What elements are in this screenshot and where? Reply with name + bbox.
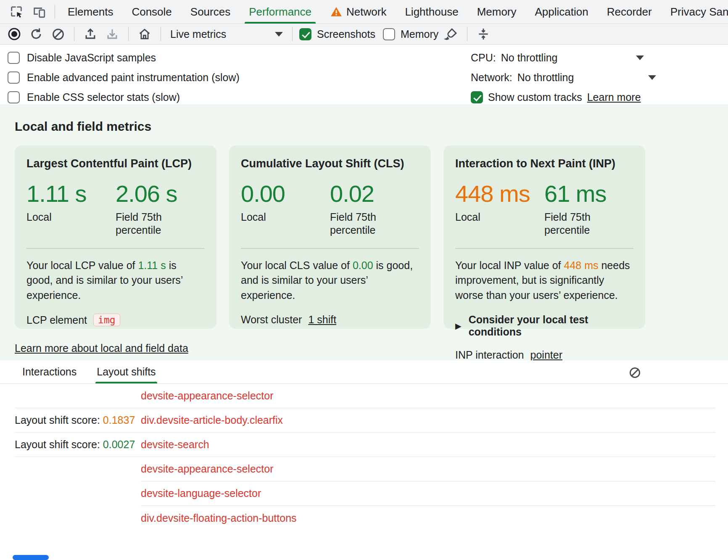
live-metrics-select[interactable]: Live metrics <box>168 28 285 40</box>
home-icon[interactable] <box>135 25 154 43</box>
lcp-description: Your local LCP value of 1.11 s is good, … <box>26 258 205 303</box>
reload-record-icon[interactable] <box>27 25 45 43</box>
advanced-paint-checkbox[interactable] <box>8 71 20 84</box>
metric-cards: Largest Contentful Paint (LCP) 1.11 s Lo… <box>15 145 713 329</box>
shift-element-link[interactable]: devsite-appearance-selector <box>141 463 273 475</box>
download-profile-icon[interactable] <box>103 25 121 43</box>
tab-performance[interactable]: Performance <box>240 0 321 24</box>
divider <box>74 27 74 41</box>
local-field-metrics-section: Local and field metrics Largest Contentf… <box>0 105 728 360</box>
divider <box>26 248 205 249</box>
divider <box>128 27 129 41</box>
lcp-element-label: LCP element <box>26 314 87 326</box>
network-throttling-row: Network: No throttling <box>471 68 728 87</box>
tab-elements[interactable]: Elements <box>58 0 122 24</box>
cpu-throttling-select[interactable]: No throttling <box>501 52 644 64</box>
collapse-shortcuts-icon[interactable] <box>474 25 493 43</box>
upload-profile-icon[interactable] <box>81 25 100 43</box>
cpu-label: CPU: <box>471 52 496 64</box>
memory-checkbox-row[interactable]: Memory <box>383 28 438 40</box>
tab-sources[interactable]: Sources <box>181 0 240 24</box>
screenshots-checkbox-row[interactable]: Screenshots <box>299 28 375 40</box>
screenshots-checkbox[interactable] <box>299 28 311 40</box>
cls-card-title: Cumulative Layout Shift (CLS) <box>241 157 419 170</box>
tab-interactions[interactable]: Interactions <box>21 360 78 383</box>
throttling-column: CPU: No throttling Network: No throttlin… <box>471 48 728 107</box>
divider <box>55 5 55 19</box>
inp-interaction-pointer-link[interactable]: pointer <box>530 349 562 361</box>
warning-icon <box>330 5 343 18</box>
shift-element-link[interactable]: devsite-search <box>141 438 209 451</box>
divider <box>467 27 467 41</box>
tabbar-icon-group <box>0 0 58 24</box>
layout-shift-row[interactable]: devsite-language-selector <box>141 481 715 506</box>
inp-description: Your local INP value of 448 ms needs imp… <box>455 258 633 303</box>
inp-field-value: 61 ms <box>544 182 633 206</box>
tab-layout-shifts[interactable]: Layout shifts <box>95 360 157 383</box>
layout-shift-row[interactable]: Layout shift score: 0.0027 devsite-searc… <box>15 433 715 457</box>
performance-toolbar: Live metrics Screenshots Memory <box>0 24 728 45</box>
shift-score: Layout shift score: 0.1837 <box>15 414 141 426</box>
tab-console[interactable]: Console <box>122 0 181 24</box>
layout-shift-row[interactable]: devsite-appearance-selector <box>141 457 715 481</box>
lcp-card: Largest Contentful Paint (LCP) 1.11 s Lo… <box>15 145 216 329</box>
divider <box>241 248 419 249</box>
shift-element-link[interactable]: devsite-appearance-selector <box>141 390 273 402</box>
worst-cluster-shift-link[interactable]: 1 shift <box>308 314 336 326</box>
lcp-card-title: Largest Contentful Paint (LCP) <box>26 157 205 170</box>
custom-tracks-row: Show custom tracks Learn more <box>471 87 728 107</box>
network-throttling-select[interactable]: No throttling <box>517 71 656 84</box>
divider <box>161 27 161 41</box>
shift-element-link[interactable]: div.devsite-article-body.clearfix <box>141 414 283 426</box>
record-icon[interactable] <box>5 25 24 43</box>
local-test-conditions-disclosure[interactable]: ▶ Consider your local test conditions <box>455 314 633 338</box>
disable-js-samples-row[interactable]: Disable JavaScript samples <box>8 48 240 68</box>
inp-card: Interaction to Next Paint (INP) 448 ms L… <box>443 145 645 329</box>
cls-local-value: 0.00 <box>241 182 330 206</box>
clear-recording-icon[interactable] <box>49 25 67 43</box>
metrics-heading: Local and field metrics <box>15 119 713 134</box>
show-custom-tracks-checkbox[interactable] <box>471 91 483 103</box>
layout-shift-row[interactable]: div.devsite-floating-action-buttons <box>141 506 715 530</box>
clear-log-icon[interactable] <box>625 364 644 381</box>
tab-privacy-sandbox[interactable]: Privacy Sandbox <box>661 0 728 24</box>
lcp-field-value: 2.06 s <box>116 182 205 206</box>
divider <box>455 248 633 249</box>
css-selector-stats-checkbox[interactable] <box>8 91 20 103</box>
tab-recorder[interactable]: Recorder <box>598 0 661 24</box>
tab-lighthouse[interactable]: Lighthouse <box>396 0 467 24</box>
memory-checkbox[interactable] <box>383 28 395 40</box>
cls-field-value: 0.02 <box>330 182 419 206</box>
css-selector-stats-row[interactable]: Enable CSS selector stats (slow) <box>8 87 240 107</box>
performance-settings: Disable JavaScript samples Enable advanc… <box>0 45 728 105</box>
disable-js-samples-checkbox[interactable] <box>8 52 20 64</box>
layout-shift-row[interactable]: devsite-appearance-selector <box>15 384 715 408</box>
network-label: Network: <box>471 71 512 84</box>
inp-interaction-label: INP interaction <box>455 349 524 361</box>
layout-shift-row[interactable]: Layout shift score: 0.1837 div.devsite-a… <box>15 408 715 433</box>
horizontal-scrollbar-thumb[interactable] <box>13 555 49 560</box>
tab-application[interactable]: Application <box>526 0 598 24</box>
lcp-local-value: 1.11 s <box>26 182 116 206</box>
divider <box>292 27 293 41</box>
cls-description: Your local CLS value of 0.00 is good, an… <box>241 258 419 303</box>
disclosure-triangle-icon: ▶ <box>455 321 462 331</box>
custom-tracks-learn-more-link[interactable]: Learn more <box>587 91 641 103</box>
gc-broom-icon[interactable] <box>442 25 460 43</box>
device-toolbar-icon[interactable] <box>29 2 50 21</box>
inspect-element-icon[interactable] <box>6 2 27 21</box>
inp-local-value: 448 ms <box>455 182 544 206</box>
advanced-paint-row[interactable]: Enable advanced paint instrumentation (s… <box>8 68 240 87</box>
chevron-down-icon <box>636 55 644 60</box>
shift-element-link[interactable]: devsite-language-selector <box>141 487 261 499</box>
tab-network[interactable]: Network <box>321 0 396 24</box>
shift-score: Layout shift score: 0.0027 <box>15 438 141 451</box>
devtools-tabbar: Elements Console Sources Performance Net… <box>0 0 728 24</box>
lcp-element-link[interactable]: img <box>93 314 120 326</box>
settings-checkbox-column: Disable JavaScript samples Enable advanc… <box>8 48 240 107</box>
live-metrics-log-tabs: Interactions Layout shifts <box>0 360 728 384</box>
shift-element-link[interactable]: div.devsite-floating-action-buttons <box>141 512 297 524</box>
learn-more-local-field-link[interactable]: Learn more about local and field data <box>15 342 188 354</box>
tab-memory[interactable]: Memory <box>468 0 526 24</box>
panel-tabs: Elements Console Sources Performance Net… <box>58 0 728 24</box>
